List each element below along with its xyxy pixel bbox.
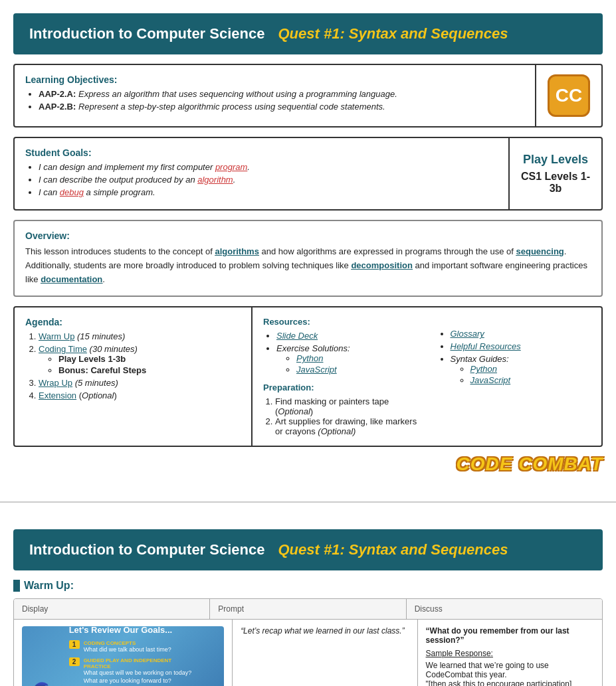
python-solutions-link[interactable]: Python	[296, 353, 323, 363]
resources-left-col: Resources: Slide Deck Exercise Solutions…	[263, 317, 417, 436]
play-levels-title: Play Levels	[523, 153, 588, 167]
codecombat-brand: CODE COMBAT	[13, 454, 603, 475]
overview-label: Overview:	[25, 230, 591, 241]
list-item: Python	[296, 353, 417, 363]
exercise-solutions-list: Python JavaScript	[276, 353, 417, 375]
resources-label: Resources:	[263, 317, 417, 327]
goal-text-1: What did we talk about last time?	[84, 646, 171, 654]
algorithm-link[interactable]: algorithm	[197, 175, 233, 185]
overview-card: Overview: This lesson introduces student…	[13, 220, 603, 297]
course-title-1: Introduction to Computer Science	[29, 25, 264, 43]
list-item: Coding Time (30 minutes) Play Levels 1-3…	[39, 344, 241, 375]
student-goals-card: Student Goals: I can design and implemen…	[13, 137, 510, 211]
wrap-up-link[interactable]: Wrap Up	[39, 378, 72, 388]
learning-objectives-row: Learning Objectives: AAP-2.A: Express an…	[13, 64, 603, 128]
agenda-resources-row: Agenda: Warm Up (15 minutes) Coding Time…	[13, 306, 603, 447]
cc-icon: CC	[548, 74, 590, 117]
aap-2a-text: Express an algorithm that uses sequencin…	[78, 89, 397, 99]
preview-image: 🧙 Let's Review Our Goals... 1 CODING CON…	[22, 626, 224, 686]
slide-deck-link[interactable]: Slide Deck	[276, 331, 318, 341]
list-item: JavaScript	[470, 375, 591, 385]
preparation-list: Find masking or painters tape (Optional)…	[263, 396, 417, 436]
glossary-link[interactable]: Glossary	[451, 329, 484, 339]
warm-up-section: Warm Up:	[13, 580, 603, 592]
page2-header: Introduction to Computer Science Quest #…	[13, 529, 603, 570]
prompt-text: “Let’s recap what we learned in our last…	[241, 626, 405, 636]
quest-title-1: Quest #1: Syntax and Sequences	[278, 25, 508, 43]
list-item: Wrap Up (5 minutes)	[39, 378, 241, 388]
discuss-continuation: "[then ask this to encourage participati…	[426, 679, 572, 686]
aap-2b-text: Represent a step-by-step algorithmic pro…	[78, 102, 385, 112]
coding-time-link[interactable]: Coding Time	[39, 344, 87, 354]
list-item: Glossary	[451, 329, 591, 339]
learning-objectives-label: Learning Objectives:	[25, 74, 524, 85]
list-item: Syntax Guides: Python JavaScript	[451, 354, 591, 385]
list-item: Slide Deck	[276, 331, 417, 341]
student-goals-list: I can design and implement my first comp…	[25, 162, 498, 197]
debug-link[interactable]: debug	[60, 187, 84, 197]
sequencing-link[interactable]: sequencing	[516, 246, 564, 256]
syntax-guides-list: Python JavaScript	[451, 364, 591, 385]
cc-logo-card: CC	[536, 64, 603, 128]
student-goals-label: Student Goals:	[25, 147, 498, 158]
extension-link[interactable]: Extension	[39, 390, 76, 400]
play-levels-card: Play Levels CS1 Levels 1-3b	[510, 137, 603, 211]
col-display: Display	[14, 599, 210, 619]
sample-response-text: We learned that we’re going to use CodeC…	[426, 661, 549, 679]
agenda-label: Agenda:	[25, 317, 241, 327]
resources-list: Slide Deck Exercise Solutions: Python Ja…	[263, 331, 417, 375]
sample-response-label: Sample Response:	[426, 649, 594, 658]
list-item: I can describe the output produced by an…	[39, 175, 498, 185]
list-item: Exercise Solutions: Python JavaScript	[276, 343, 417, 375]
helpful-resources-link[interactable]: Helpful Resources	[451, 341, 521, 351]
algorithms-link[interactable]: algorithms	[215, 246, 258, 256]
page-2: Introduction to Computer Science Quest #…	[0, 516, 616, 686]
list-item: Art supplies for drawing, like markers o…	[275, 416, 417, 436]
list-item: Helpful Resources	[451, 341, 591, 351]
program-link[interactable]: program	[215, 162, 247, 172]
page1-header: Introduction to Computer Science Quest #…	[13, 13, 603, 54]
decomposition-link[interactable]: decomposition	[351, 260, 412, 270]
warm-up-table: Display Prompt Discuss 🧙 Let's Review Ou…	[13, 598, 603, 686]
javascript-solutions-link[interactable]: JavaScript	[296, 365, 337, 375]
play-levels-subtitle: CS1 Levels 1-3b	[520, 171, 591, 195]
course-title-2: Introduction to Computer Science	[29, 541, 264, 558]
javascript-syntax-link[interactable]: JavaScript	[470, 375, 511, 385]
td-discuss: “What do you remember from our last sess…	[418, 620, 602, 686]
python-syntax-link[interactable]: Python	[470, 364, 497, 374]
student-goals-row: Student Goals: I can design and implemen…	[13, 137, 603, 211]
warm-up-flag-icon	[13, 580, 20, 592]
list-item: Play Levels 1-3b	[58, 354, 241, 364]
list-item: Warm Up (15 minutes)	[39, 331, 241, 341]
brand-text: CODE COMBAT	[457, 454, 603, 474]
learning-objectives-list: AAP-2.A: Express an algorithm that uses …	[25, 89, 524, 112]
list-item: Extension (Optional)	[39, 390, 241, 400]
td-prompt: “Let’s recap what we learned in our last…	[233, 620, 417, 686]
aap-2a-label: AAP-2.A:	[39, 89, 76, 99]
goal-num-2: 2	[69, 657, 80, 666]
goal-item-2: 2 GUIDED PLAY AND INDEPENDENT PRACTICE W…	[69, 657, 197, 685]
page-divider	[0, 501, 616, 503]
aap-2b-label: AAP-2.B:	[39, 102, 76, 112]
list-item: I can design and implement my first comp…	[39, 162, 498, 172]
resources-card: Resources: Slide Deck Exercise Solutions…	[253, 306, 603, 447]
agenda-card: Agenda: Warm Up (15 minutes) Coding Time…	[13, 306, 253, 447]
preparation-section: Preparation: Find masking or painters ta…	[263, 383, 417, 436]
resources-right-list: Glossary Helpful Resources Syntax Guides…	[437, 329, 591, 385]
list-item: JavaScript	[296, 365, 417, 375]
list-item: AAP-2.B: Represent a step-by-step algori…	[39, 102, 524, 112]
documentation-link[interactable]: documentation	[41, 274, 102, 284]
col-prompt: Prompt	[210, 599, 406, 619]
list-item: Find masking or painters tape (Optional)	[275, 396, 417, 416]
warm-up-link[interactable]: Warm Up	[39, 331, 74, 341]
goal-item-1: 1 CODING CONCEPTS What did we talk about…	[69, 640, 197, 654]
warm-up-title: Warm Up:	[24, 580, 74, 592]
learning-objectives-card: Learning Objectives: AAP-2.A: Express an…	[13, 64, 536, 128]
preparation-label: Preparation:	[263, 383, 417, 392]
list-item: Python	[470, 364, 591, 374]
list-item: AAP-2.A: Express an algorithm that uses …	[39, 89, 524, 99]
overview-text: This lesson introduces students to the c…	[25, 245, 591, 286]
col-discuss: Discuss	[407, 599, 602, 619]
quest-title-2: Quest #1: Syntax and Sequences	[278, 541, 508, 558]
td-display: 🧙 Let's Review Our Goals... 1 CODING CON…	[14, 620, 233, 686]
